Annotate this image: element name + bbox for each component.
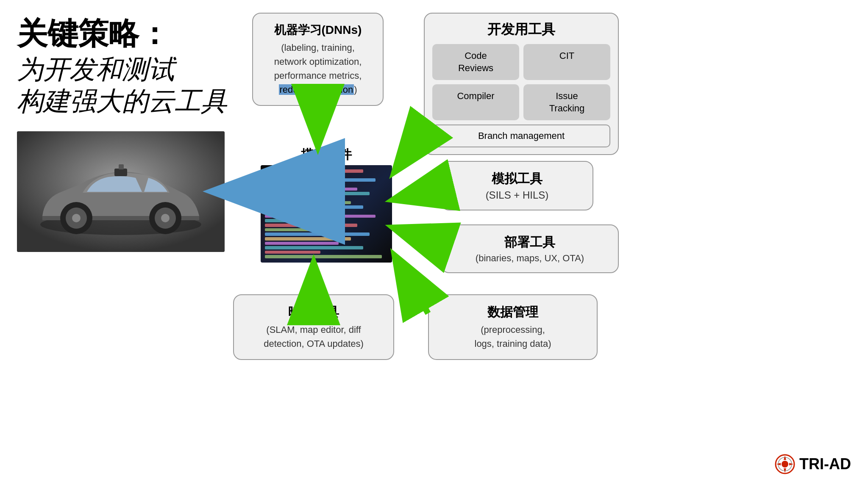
- svg-point-5: [72, 214, 81, 222]
- main-title: 关键策略：: [17, 17, 237, 50]
- data-box-content: (preprocessing,logs, training data): [441, 323, 585, 351]
- dev-tools-branch: Branch management: [432, 125, 610, 147]
- svg-line-20: [396, 258, 428, 313]
- mapping-box-content: (SLAM, map editor, diffdetection, OTA up…: [246, 323, 381, 351]
- svg-rect-10: [119, 164, 124, 169]
- title-area: 关键策略： 为开发和测试 构建强大的云工具: [17, 17, 237, 117]
- svg-rect-9: [114, 169, 127, 176]
- deploy-box: 部署工具 (binaries, maps, UX, OTA): [441, 224, 619, 273]
- svg-line-16: [396, 131, 425, 169]
- data-box-title: 数据管理: [441, 304, 585, 321]
- triad-icon: [775, 454, 795, 474]
- dev-tools-title: 开发用工具: [432, 20, 610, 39]
- data-box: 数据管理 (preprocessing,logs, training data): [428, 294, 598, 360]
- triad-logo: TRI-AD: [775, 454, 851, 474]
- dev-tool-cit: CIT: [523, 44, 610, 80]
- dev-tools-box: 开发用工具 CodeReviews CIT Compiler IssueTrac…: [424, 13, 619, 155]
- ml-box-content: (labeling, training, network optimizatio…: [265, 41, 371, 97]
- sim-box: 模拟工具 (SILS + HILS): [441, 161, 593, 210]
- dev-tool-issue-tracking: IssueTracking: [523, 84, 610, 120]
- svg-point-8: [161, 214, 170, 222]
- deploy-box-content: (binaries, maps, UX, OTA): [452, 253, 608, 264]
- mapping-box-title: 映射工具: [246, 304, 381, 321]
- dev-tools-grid: CodeReviews CIT Compiler IssueTracking: [432, 44, 610, 120]
- ml-box: 机器学习(DNNs) (labeling, training, network …: [252, 13, 384, 106]
- highlight-text: reduced precision: [279, 84, 354, 95]
- sim-box-title: 模拟工具: [452, 170, 582, 188]
- svg-line-18: [396, 229, 440, 244]
- deploy-box-title: 部署工具: [452, 234, 608, 251]
- triad-text: TRI-AD: [799, 455, 851, 473]
- software-label: 搭载软件: [261, 146, 392, 163]
- mapping-box: 映射工具 (SLAM, map editor, diffdetection, O…: [233, 294, 394, 360]
- svg-line-17: [396, 188, 440, 199]
- ml-box-title: 机器学习(DNNs): [265, 22, 371, 38]
- svg-point-23: [782, 461, 788, 468]
- sub-title: 为开发和测试 构建强大的云工具: [17, 54, 237, 117]
- dev-tool-code-reviews: CodeReviews: [432, 44, 519, 80]
- dev-tool-compiler: Compiler: [432, 84, 519, 120]
- car-image: [17, 131, 225, 252]
- software-code-image: [261, 165, 392, 263]
- sim-box-content: (SILS + HILS): [452, 189, 582, 201]
